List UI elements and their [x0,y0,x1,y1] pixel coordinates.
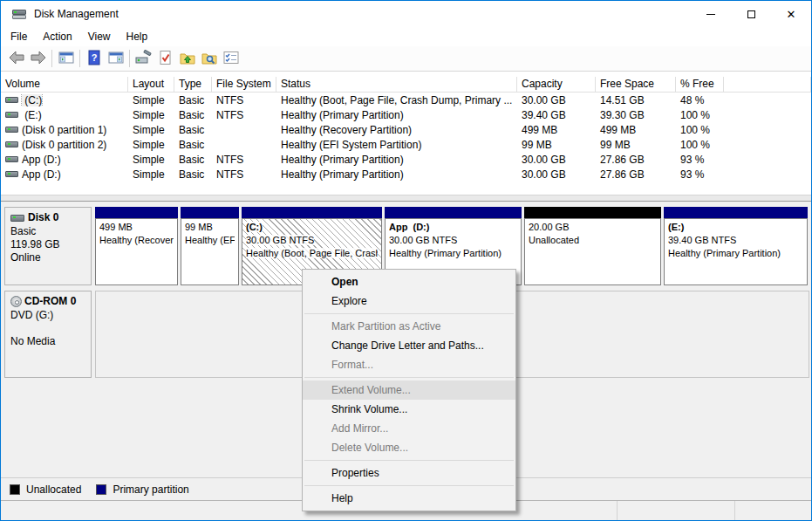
partition-health: Healthy (Boot, Page File, Crash Dump, Pr… [246,247,378,260]
window-title: Disk Management [34,8,119,20]
checklist-icon [222,50,240,68]
cell-capacity: 499 MB [517,124,596,136]
folder-up-button[interactable] [176,49,198,69]
column-header-type[interactable]: Type [174,77,212,93]
column-header-status[interactable]: Status [276,77,517,93]
cell-fs: NTFS [212,168,276,181]
volume-table-body: (C:)SimpleBasicNTFSHealthy (Boot, Page F… [1,93,811,182]
partition-size: 30.00 GB NTFS [389,234,517,247]
cell-free: 27.86 GB [596,154,676,166]
partition-status-bar [664,207,808,218]
menu-action[interactable]: Action [35,29,79,45]
menu-help[interactable]: Help [119,29,156,45]
context-menu-separator [304,485,514,486]
column-header-free-space[interactable]: Free Space [596,77,676,93]
forward-arrow-icon [30,50,47,68]
cdrom-media-status: No Media [10,335,87,348]
volume-icon [5,112,18,118]
svg-text:?: ? [91,52,97,63]
cell-fs: NTFS [212,94,276,106]
volume-label: (Disk 0 partition 1) [22,124,106,136]
partition-e[interactable]: (E:)39.40 GB NTFSHealthy (Primary Partit… [664,207,808,285]
context-menu-item-mark-partition-as-active: Mark Partition as Active [303,317,515,336]
partition-box: 99 MBHealthy (EFI System Partition) [181,218,239,285]
cell-layout: Simple [128,94,174,106]
device-properties-button[interactable] [133,49,154,69]
partition-health: Healthy (Primary Partition) [389,247,517,260]
context-menu-item-explore[interactable]: Explore [303,291,515,311]
context-menu-item-help[interactable]: Help [303,489,515,508]
action-pane-button[interactable] [105,49,126,69]
cell-pct_free: 100 % [676,109,724,121]
table-row[interactable]: App (D:)SimpleBasicNTFSHealthy (Primary … [1,167,811,182]
column-header-file-system[interactable]: File System [212,77,276,93]
volume-label: (C:) [22,94,42,106]
column-header-capacity[interactable]: Capacity [517,77,596,93]
close-icon: ✕ [787,9,796,20]
check-document-button[interactable] [154,49,176,69]
cell-status: Healthy (Boot, Page File, Crash Dump, Pr… [276,94,517,106]
cell-type: Basic [174,124,212,136]
context-menu-item-open[interactable]: Open [303,272,515,291]
console-tree-button[interactable] [55,49,77,69]
table-row[interactable]: (E:)SimpleBasicNTFSHealthy (Primary Part… [1,107,811,122]
cdrom-info[interactable]: CD-ROM 0 DVD (G:) No Media [4,291,92,378]
cell-capacity: 99 MB [517,139,596,151]
menu-view[interactable]: View [80,29,119,45]
cell-layout: Simple [128,154,174,166]
maximize-icon [747,10,755,18]
context-menu-item-properties[interactable]: Properties [303,463,515,483]
partition-99mb[interactable]: 99 MBHealthy (EFI System Partition) [181,207,239,285]
table-row[interactable]: (Disk 0 partition 1)SimpleBasicHealthy (… [1,122,811,137]
table-row[interactable]: (Disk 0 partition 2)SimpleBasicHealthy (… [1,137,811,152]
context-menu-separator [304,460,514,461]
console-tree-icon [58,50,75,68]
table-row[interactable]: (C:)SimpleBasicNTFSHealthy (Boot, Page F… [1,93,811,107]
context-menu-item-add-mirror: Add Mirror... [303,419,515,438]
cell-type: Basic [174,109,212,121]
cell-pct_free: 48 % [676,94,724,106]
cell-status: Healthy (Primary Partition) [276,168,517,181]
context-menu-item-shrink-volume[interactable]: Shrink Volume... [303,400,515,419]
volume-icon [5,156,18,162]
volume-label: App (D:) [22,168,61,181]
cell-status: Healthy (Primary Partition) [276,109,517,121]
cell-fs: NTFS [212,109,276,121]
column-header-layout[interactable]: Layout [128,77,174,93]
disk-0-title: Disk 0 [10,211,87,224]
partition-health: Unallocated [529,234,657,247]
forward-arrow-button[interactable] [27,49,49,69]
cell-status: Healthy (Primary Partition) [276,154,517,166]
context-menu: OpenExploreMark Partition as ActiveChang… [302,269,516,511]
volume-label: App (D:) [22,154,61,166]
cell-capacity: 39.40 GB [517,109,596,121]
menu-file[interactable]: File [3,29,35,45]
cell-layout: Simple [128,168,174,181]
maximize-button[interactable] [731,1,771,27]
close-button[interactable]: ✕ [771,1,811,27]
partition-status-bar [242,207,382,218]
cell-capacity: 30.00 GB [517,168,596,181]
context-menu-item-change-drive-letter-and-paths[interactable]: Change Drive Letter and Paths... [303,336,515,355]
help-button[interactable]: ? [83,49,105,69]
pane-splitter[interactable] [1,195,811,202]
cell-free: 14.51 GB [596,94,676,106]
cell-status: Healthy (EFI System Partition) [276,139,517,151]
column-header-volume[interactable]: Volume [1,77,128,93]
back-arrow-button[interactable] [5,49,27,69]
disk-icon [10,215,24,222]
disk-0-status: Online [10,251,87,264]
cell-type: Basic [174,94,212,106]
table-row[interactable]: App (D:)SimpleBasicNTFSHealthy (Primary … [1,152,811,167]
partition-unallocated[interactable]: 20.00 GBUnallocated [524,207,661,285]
partition-499mb[interactable]: 499 MBHealthy (Recovery Partition) [95,207,178,285]
partition-status-bar [385,207,522,218]
minimize-button[interactable] [691,1,731,27]
cell-type: Basic [174,168,212,181]
volume-list-pane: VolumeLayoutTypeFile SystemStatusCapacit… [1,72,811,195]
volume-icon [5,141,18,147]
column-header--free[interactable]: % Free [676,77,724,93]
disk-0-info[interactable]: Disk 0 Basic 119.98 GB Online [4,207,92,285]
folder-find-button[interactable] [198,49,220,69]
checklist-button[interactable] [220,49,242,69]
